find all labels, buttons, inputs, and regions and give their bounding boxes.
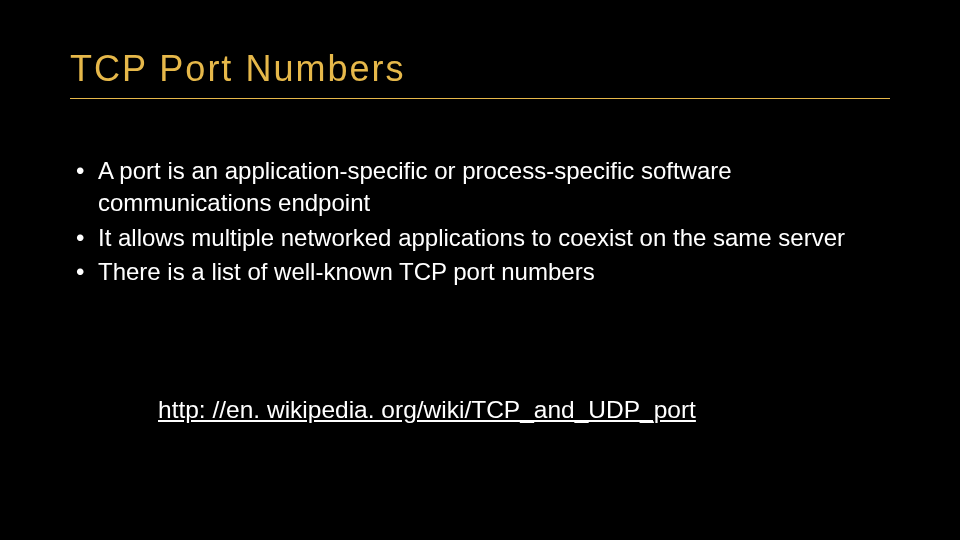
- slide: TCP Port Numbers A port is an applicatio…: [0, 0, 960, 540]
- bullet-list: A port is an application-specific or pro…: [70, 155, 890, 289]
- list-item: A port is an application-specific or pro…: [70, 155, 890, 220]
- list-item: There is a list of well-known TCP port n…: [70, 256, 890, 288]
- hyperlink[interactable]: http: //en. wikipedia. org/wiki/TCP_and_…: [158, 396, 696, 423]
- link-container: http: //en. wikipedia. org/wiki/TCP_and_…: [158, 396, 696, 424]
- slide-title: TCP Port Numbers: [70, 48, 890, 99]
- list-item: It allows multiple networked application…: [70, 222, 890, 254]
